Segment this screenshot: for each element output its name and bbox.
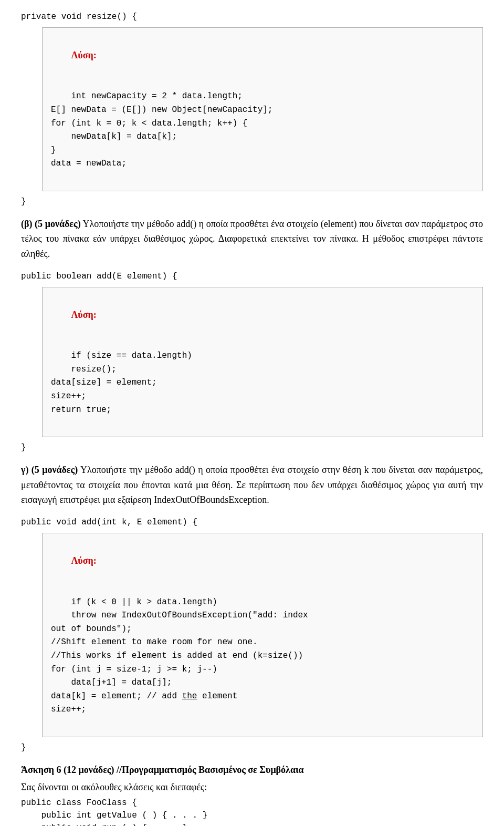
solution-code-1: int newCapacity = 2 * data.length; E[] n… <box>51 91 272 168</box>
exercise-6-code: public class FooClass { public int getVa… <box>21 797 483 826</box>
solution-label-1: Λύση: <box>71 50 96 60</box>
solution-box-2: Λύση: if (size == data.length) resize();… <box>42 287 483 437</box>
add-k-signature: public void add(int k, E element) { <box>21 516 483 529</box>
gamma-text: Υλοποιήστε την μέθοδο add() η οποία προσ… <box>21 464 483 505</box>
page-content: private void resize() { Λύση: int newCap… <box>21 11 483 826</box>
close-brace-3: } <box>21 741 483 754</box>
beta-section: (β) (5 μονάδες) Υλοποιήστε την μέθοδο ad… <box>21 216 483 262</box>
close-brace-1: } <box>21 195 483 208</box>
close-brace-2: } <box>21 441 483 454</box>
solution-box-3: Λύση: if (k < 0 || k > data.length) thro… <box>42 533 483 737</box>
gamma-section: γ) (5 μονάδες) Υλοποιήστε την μέθοδο add… <box>21 462 483 508</box>
solution-label-3: Λύση: <box>71 555 96 566</box>
solution-label-2: Λύση: <box>71 309 96 320</box>
top-code: private void resize() { <box>21 11 483 23</box>
solution-code-2: if (size == data.length) resize(); data[… <box>51 351 192 414</box>
solution-code-3: if (k < 0 || k > data.length) throw new … <box>51 597 308 715</box>
exercise-6-header: Άσκηση 6 (12 μονάδες) //Προγραμματισμός … <box>21 765 483 776</box>
beta-text: Υλοποιήστε την μέθοδο add() η οποία προσ… <box>21 219 483 260</box>
exercise-6-intro: Σας δίνονται οι ακόλουθες κλάσεις και δι… <box>21 780 483 795</box>
beta-bold: (β) (5 μονάδες) <box>21 219 81 229</box>
gamma-bold: γ) (5 μονάδες) <box>21 464 78 475</box>
solution-box-1: Λύση: int newCapacity = 2 * data.length;… <box>42 27 483 191</box>
add-method-signature: public boolean add(E element) { <box>21 270 483 283</box>
